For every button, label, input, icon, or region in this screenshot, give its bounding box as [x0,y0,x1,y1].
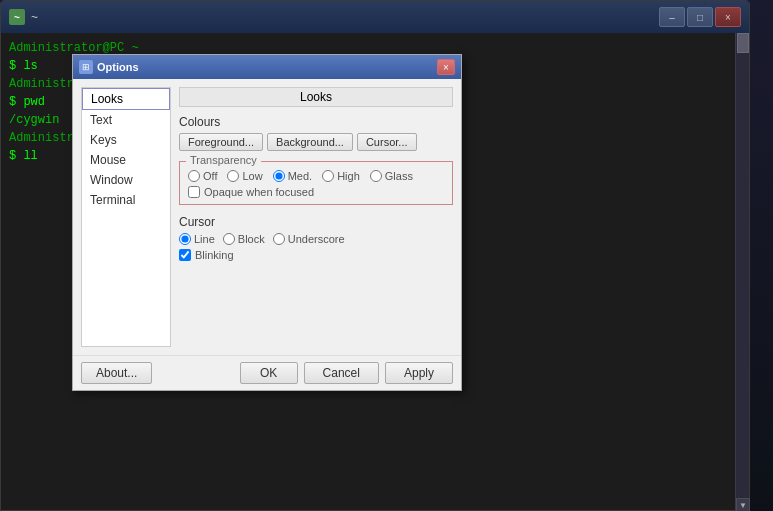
ok-button[interactable]: OK [240,362,298,384]
transparency-low-radio[interactable] [227,170,239,182]
foreground-button[interactable]: Foreground... [179,133,263,151]
blinking-checkbox[interactable] [179,249,191,261]
scrollbar-thumb[interactable] [737,33,749,53]
cursor-line-radio[interactable] [179,233,191,245]
nav-item-text[interactable]: Text [82,110,170,130]
transparency-high[interactable]: High [322,170,360,182]
dialog-titlebar: ⊞ Options × [73,55,461,79]
transparency-glass[interactable]: Glass [370,170,413,182]
transparency-low[interactable]: Low [227,170,262,182]
cursor-block-radio[interactable] [223,233,235,245]
transparency-low-label: Low [242,170,262,182]
dialog-footer: About... OK Cancel Apply [73,355,461,390]
footer-left: About... [81,362,240,384]
close-button[interactable]: × [715,7,741,27]
cursor-block[interactable]: Block [223,233,265,245]
background-button[interactable]: Background... [267,133,353,151]
dialog-title: Options [97,61,139,73]
scrollbar[interactable]: ▼ [735,33,749,511]
nav-item-looks[interactable]: Looks [82,88,170,110]
footer-buttons: OK Cancel Apply [240,362,453,384]
section-header: Looks [179,87,453,107]
content-pane: Looks Colours Foreground... Background..… [179,87,453,347]
dialog-icon: ⊞ [79,60,93,74]
transparency-med-radio[interactable] [273,170,285,182]
nav-item-terminal[interactable]: Terminal [82,190,170,210]
transparency-glass-label: Glass [385,170,413,182]
transparency-off[interactable]: Off [188,170,217,182]
blinking-option[interactable]: Blinking [179,249,453,261]
options-dialog: ⊞ Options × Looks Text Keys Mouse Window… [72,54,462,391]
minimize-button[interactable]: – [659,7,685,27]
cursor-underscore[interactable]: Underscore [273,233,345,245]
scrollbar-down-arrow[interactable]: ▼ [736,498,750,511]
dialog-body: Looks Text Keys Mouse Window Terminal Lo… [73,79,461,355]
transparency-radio-row: Off Low Med. High [188,170,444,182]
transparency-med-label: Med. [288,170,312,182]
about-button[interactable]: About... [81,362,152,384]
nav-item-keys[interactable]: Keys [82,130,170,150]
maximize-button[interactable]: □ [687,7,713,27]
cursor-label: Cursor [179,215,453,229]
transparency-off-label: Off [203,170,217,182]
dialog-close-button[interactable]: × [437,59,455,75]
cursor-line-label: Line [194,233,215,245]
nav-item-window[interactable]: Window [82,170,170,190]
colours-row: Foreground... Background... Cursor... [179,133,453,151]
terminal-titlebar: ~ ~ – □ × [1,1,749,33]
cursor-radio-row: Line Block Underscore [179,233,453,245]
cursor-underscore-radio[interactable] [273,233,285,245]
transparency-glass-radio[interactable] [370,170,382,182]
cursor-block-label: Block [238,233,265,245]
opaque-when-focused-checkbox[interactable] [188,186,200,198]
cursor-line[interactable]: Line [179,233,215,245]
colours-label: Colours [179,115,453,129]
cursor-color-button[interactable]: Cursor... [357,133,417,151]
cursor-underscore-label: Underscore [288,233,345,245]
opaque-when-focused[interactable]: Opaque when focused [188,186,444,198]
transparency-high-label: High [337,170,360,182]
transparency-high-radio[interactable] [322,170,334,182]
opaque-when-focused-label: Opaque when focused [204,186,314,198]
apply-button[interactable]: Apply [385,362,453,384]
terminal-title: ~ [31,10,659,24]
nav-item-mouse[interactable]: Mouse [82,150,170,170]
terminal-icon: ~ [9,9,25,25]
transparency-label: Transparency [186,154,261,166]
cursor-section: Cursor Line Block Underscore [179,215,453,261]
blinking-label: Blinking [195,249,234,261]
cancel-button[interactable]: Cancel [304,362,379,384]
nav-pane: Looks Text Keys Mouse Window Terminal [81,87,171,347]
window-controls: – □ × [659,7,741,27]
transparency-group: Transparency Off Low Med. [179,161,453,205]
transparency-off-radio[interactable] [188,170,200,182]
dialog-title-left: ⊞ Options [79,60,139,74]
transparency-med[interactable]: Med. [273,170,312,182]
